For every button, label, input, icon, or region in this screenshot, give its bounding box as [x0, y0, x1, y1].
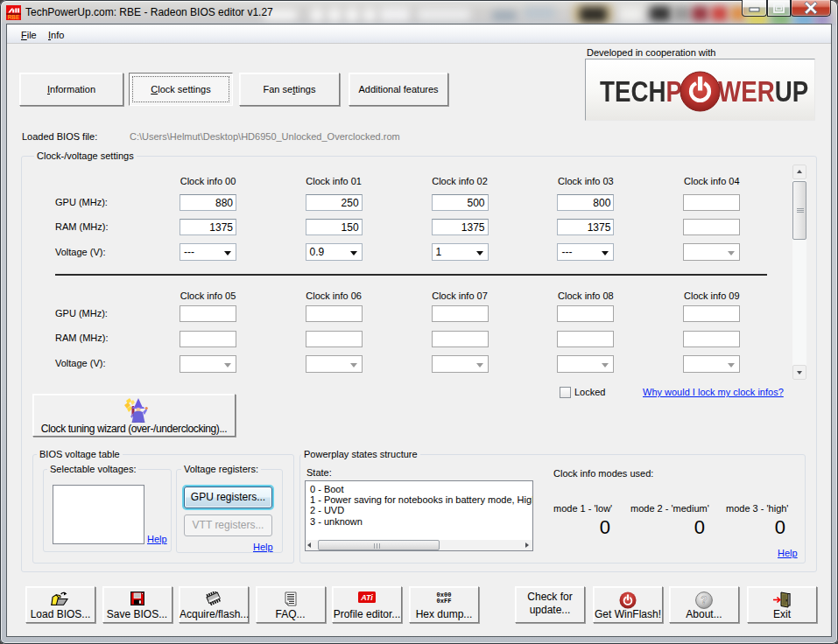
- svg-text:RBE: RBE: [8, 14, 20, 20]
- svg-text:0xFF: 0xFF: [437, 598, 452, 604]
- svg-text:ATi: ATi: [360, 593, 373, 602]
- svg-text:?: ?: [701, 594, 707, 606]
